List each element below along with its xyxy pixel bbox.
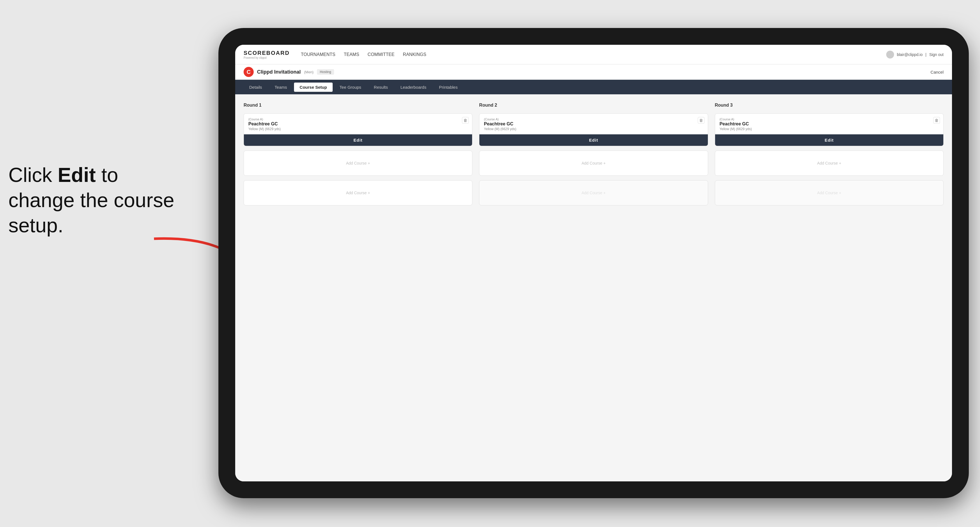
round-2-add-course-2-label: Add Course + bbox=[582, 190, 606, 195]
tournament-name: Clippd Invitational bbox=[257, 69, 301, 75]
round-2-title: Round 2 bbox=[479, 103, 708, 108]
round-3-delete-button[interactable]: 🗑 bbox=[933, 117, 940, 124]
round-3-course-card: (Course A) Peachtree GC Yellow (M) (6629… bbox=[715, 113, 943, 146]
round-1-add-course-2[interactable]: Add Course + bbox=[243, 180, 473, 205]
round-2-course-name: Peachtree GC bbox=[484, 121, 703, 127]
round-2-course-label: (Course A) bbox=[484, 117, 703, 121]
rounds-grid: Round 1 (Course A) Peachtree GC Yellow (… bbox=[243, 103, 943, 205]
tabs-bar: Details Teams Course Setup Tee Groups Re… bbox=[235, 80, 952, 94]
round-1-add-course-1[interactable]: Add Course + bbox=[243, 151, 473, 176]
tab-details[interactable]: Details bbox=[243, 83, 268, 92]
round-1-column: Round 1 (Course A) Peachtree GC Yellow (… bbox=[243, 103, 473, 205]
nav-link-tournaments[interactable]: TOURNAMENTS bbox=[301, 51, 335, 59]
user-email: blair@clippd.io bbox=[897, 52, 923, 57]
round-1-add-course-1-label: Add Course + bbox=[346, 161, 370, 165]
nav-link-committee[interactable]: COMMITTEE bbox=[368, 51, 395, 59]
round-2-add-course-1[interactable]: Add Course + bbox=[479, 151, 708, 176]
logo-subtitle: Powered by clippd bbox=[243, 56, 290, 59]
separator: | bbox=[925, 52, 926, 57]
round-2-add-course-2: Add Course + bbox=[479, 180, 708, 205]
round-3-edit-button[interactable]: Edit bbox=[715, 134, 943, 146]
sign-out-link[interactable]: Sign out bbox=[929, 52, 943, 57]
tournament-gender: (Men) bbox=[304, 70, 313, 74]
round-1-edit-button[interactable]: Edit bbox=[244, 134, 472, 146]
cancel-button[interactable]: Cancel bbox=[931, 70, 943, 75]
round-1-title: Round 1 bbox=[243, 103, 473, 108]
round-1-add-course-2-label: Add Course + bbox=[346, 190, 370, 195]
round-2-course-detail: Yellow (M) (6629 yds) bbox=[484, 127, 703, 131]
round-2-course-header: (Course A) Peachtree GC Yellow (M) (6629… bbox=[479, 114, 708, 131]
round-3-column: Round 3 (Course A) Peachtree GC Yellow (… bbox=[715, 103, 943, 205]
round-2-course-card: (Course A) Peachtree GC Yellow (M) (6629… bbox=[479, 113, 708, 146]
tab-tee-groups[interactable]: Tee Groups bbox=[334, 83, 367, 92]
round-3-title: Round 3 bbox=[715, 103, 943, 108]
round-3-add-course-2-label: Add Course + bbox=[817, 190, 841, 195]
top-nav: SCOREBOARD Powered by clippd TOURNAMENTS… bbox=[235, 45, 952, 64]
round-2-add-course-1-label: Add Course + bbox=[582, 161, 606, 165]
hosting-badge: Hosting bbox=[317, 69, 334, 75]
round-1-course-detail: Yellow (M) (6629 yds) bbox=[248, 127, 468, 131]
tournament-logo: C bbox=[243, 67, 254, 77]
nav-link-rankings[interactable]: RANKINGS bbox=[403, 51, 426, 59]
instruction-bold: Edit bbox=[58, 164, 96, 186]
tab-results[interactable]: Results bbox=[368, 83, 393, 92]
nav-link-teams[interactable]: TEAMS bbox=[344, 51, 359, 59]
round-2-column: Round 2 (Course A) Peachtree GC Yellow (… bbox=[479, 103, 708, 205]
round-3-add-course-1[interactable]: Add Course + bbox=[715, 151, 943, 176]
user-avatar bbox=[886, 51, 894, 59]
round-3-course-header: (Course A) Peachtree GC Yellow (M) (6629… bbox=[715, 114, 943, 131]
nav-user: blair@clippd.io | Sign out bbox=[886, 51, 943, 59]
round-1-course-label: (Course A) bbox=[248, 117, 468, 121]
round-2-edit-button[interactable]: Edit bbox=[479, 134, 708, 146]
tab-teams[interactable]: Teams bbox=[269, 83, 293, 92]
nav-links: TOURNAMENTS TEAMS COMMITTEE RANKINGS bbox=[301, 51, 886, 59]
round-3-add-course-1-label: Add Course + bbox=[817, 161, 841, 165]
tab-course-setup[interactable]: Course Setup bbox=[294, 83, 332, 92]
round-2-delete-button[interactable]: 🗑 bbox=[698, 117, 705, 124]
main-content: Round 1 (Course A) Peachtree GC Yellow (… bbox=[235, 94, 952, 481]
tournament-bar: C Clippd Invitational (Men) Hosting Canc… bbox=[235, 64, 952, 80]
round-1-course-header: (Course A) Peachtree GC Yellow (M) (6629… bbox=[244, 114, 472, 131]
instruction-text: Click Edit to change the course setup. bbox=[8, 162, 177, 238]
logo-title: SCOREBOARD bbox=[243, 50, 290, 56]
round-1-course-name: Peachtree GC bbox=[248, 121, 468, 127]
tablet-frame: SCOREBOARD Powered by clippd TOURNAMENTS… bbox=[218, 28, 969, 498]
tablet-screen: SCOREBOARD Powered by clippd TOURNAMENTS… bbox=[235, 45, 952, 481]
round-3-course-name: Peachtree GC bbox=[720, 121, 939, 127]
instruction-text-before: Click bbox=[8, 164, 58, 186]
tab-printables[interactable]: Printables bbox=[433, 83, 463, 92]
tab-leaderboards[interactable]: Leaderboards bbox=[395, 83, 432, 92]
round-1-delete-button[interactable]: 🗑 bbox=[462, 117, 469, 124]
round-3-course-label: (Course A) bbox=[720, 117, 939, 121]
scoreboard-logo: SCOREBOARD Powered by clippd bbox=[243, 50, 290, 59]
round-3-course-detail: Yellow (M) (6629 yds) bbox=[720, 127, 939, 131]
tournament-info: C Clippd Invitational (Men) Hosting bbox=[243, 67, 334, 77]
round-3-add-course-2: Add Course + bbox=[715, 180, 943, 205]
round-1-course-card: (Course A) Peachtree GC Yellow (M) (6629… bbox=[243, 113, 473, 146]
